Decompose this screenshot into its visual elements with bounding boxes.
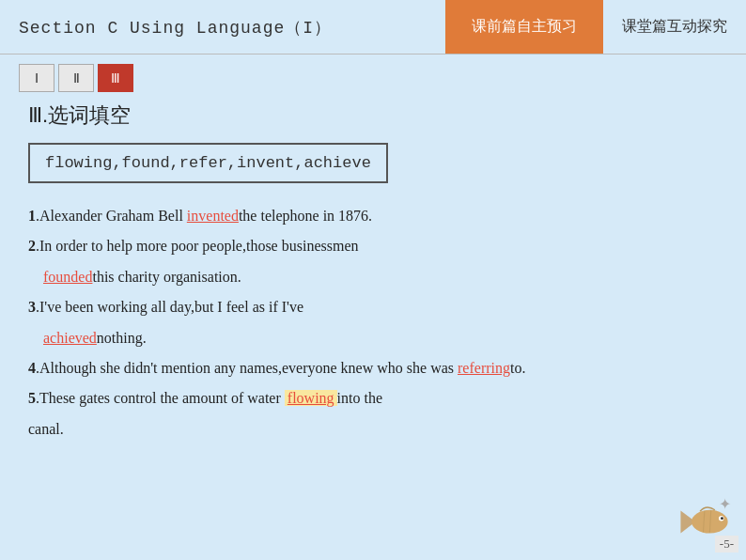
sentence-2-num: 2 [28, 238, 36, 254]
sentence-4: 4.Although she didn't mention any names,… [28, 354, 718, 382]
sentence-1-before: .Alexander Graham Bell [36, 208, 187, 224]
sentence-2-line2: foundedthis charity organisation. [28, 263, 718, 291]
sentence-3-blank: achieved [43, 330, 97, 346]
sentence-3-before: .I've been working all day,but I feel as… [36, 299, 303, 315]
svg-point-3 [721, 517, 723, 520]
tab-I[interactable]: Ⅰ [19, 64, 54, 92]
section-title: Ⅲ.选词填空 [28, 101, 718, 130]
header-title: Section C Using Language（I） [0, 0, 445, 54]
tab-row: Ⅰ Ⅱ Ⅲ [0, 54, 746, 101]
sentence-2-after: this charity organisation. [92, 269, 241, 285]
sentence-5-before: .These gates control the amount of water [36, 390, 285, 406]
sentence-5: 5.These gates control the amount of wate… [28, 384, 718, 412]
sentence-3-line2: achievednothing. [28, 324, 718, 352]
sentence-1-num: 1 [28, 208, 36, 224]
tab-III[interactable]: Ⅲ [98, 64, 133, 92]
tab-II[interactable]: Ⅱ [58, 64, 94, 92]
star-icon: ✦ [719, 495, 731, 513]
sentence-1-after: the telephone in 1876. [239, 208, 372, 224]
sentence-5-line2: canal. [28, 415, 718, 443]
sentence-3-num: 3 [28, 299, 36, 315]
sentence-5-num: 5 [28, 390, 36, 406]
sentence-5-after: into the [337, 390, 382, 406]
word-box: flowing,found,refer,invent,achieve [28, 143, 388, 183]
sentence-4-blank: referring [458, 360, 510, 376]
content-area: Ⅲ.选词填空 flowing,found,refer,invent,achiev… [0, 101, 746, 455]
sentences: 1.Alexander Graham Bell inventedthe tele… [28, 202, 718, 443]
sentence-4-before: .Although she didn't mention any names,e… [36, 360, 458, 376]
sentence-1-blank: invented [187, 208, 239, 224]
sentence-1: 1.Alexander Graham Bell inventedthe tele… [28, 202, 718, 230]
sentence-2-before: .In order to help more poor people,those… [36, 238, 358, 254]
sentence-5-blank: flowing [285, 390, 337, 406]
sentence-4-after: to. [510, 360, 525, 376]
header: Section C Using Language（I） 课前篇自主预习 课堂篇互… [0, 0, 746, 54]
tab-preview[interactable]: 课前篇自主预习 [445, 0, 603, 54]
sentence-3-line1: 3.I've been working all day,but I feel a… [28, 293, 718, 321]
sentence-3-after: nothing. [97, 330, 147, 346]
sentence-4-num: 4 [28, 360, 36, 376]
sentence-5-canal: canal. [28, 421, 64, 437]
sentence-2-blank: founded [43, 269, 92, 285]
tab-interactive[interactable]: 课堂篇互动探究 [603, 0, 746, 54]
sentence-2-line1: 2.In order to help more poor people,thos… [28, 232, 718, 260]
page-number: -5- [715, 536, 738, 552]
